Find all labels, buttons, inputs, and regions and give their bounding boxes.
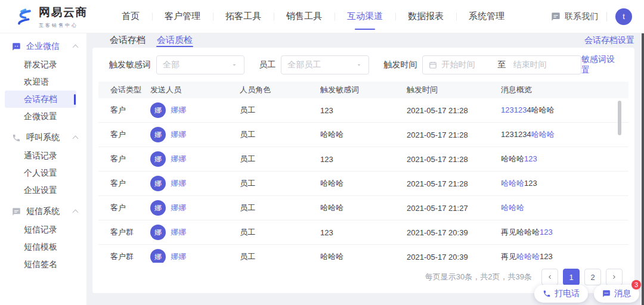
top-right: 联系我们 t bbox=[551, 8, 644, 25]
sidebar-section: 呼叫系统通话记录个人设置企业设置 bbox=[0, 128, 86, 199]
sidebar-section-header[interactable]: 呼叫系统 bbox=[0, 128, 86, 147]
nav-item-7[interactable]: 系统管理 bbox=[456, 0, 517, 33]
nav-item-1[interactable]: 首页 bbox=[109, 0, 152, 33]
sender-name[interactable]: 娜娜 bbox=[171, 105, 186, 116]
cell-time: 2021-05-17 20:39 bbox=[407, 253, 501, 262]
nav-item-3[interactable]: 拓客工具 bbox=[213, 0, 274, 33]
sidebar-item[interactable]: 短信记录 bbox=[5, 221, 76, 238]
chevron-up-icon bbox=[73, 210, 79, 216]
user-avatar[interactable]: t bbox=[615, 8, 632, 25]
window-scrollbar[interactable] bbox=[642, 33, 644, 305]
sender-name[interactable]: 娜娜 bbox=[171, 251, 186, 262]
sender-name[interactable]: 娜娜 bbox=[171, 203, 186, 213]
staff-value: 全部员工 bbox=[287, 60, 321, 70]
cell-time: 2021-05-17 21:28 bbox=[407, 106, 501, 115]
phone-icon bbox=[543, 290, 551, 298]
sender-name[interactable]: 娜娜 bbox=[171, 227, 186, 238]
cell-sender: 娜娜娜 bbox=[150, 176, 240, 191]
table-row[interactable]: 客户群娜娜娜员工1232021-05-17 20:39再见哈哈哈123 bbox=[98, 220, 628, 245]
sidebar-item[interactable]: 个人设置 bbox=[5, 164, 76, 182]
call-label: 打电话 bbox=[555, 288, 580, 299]
cell-keyword: 哈哈哈 bbox=[320, 251, 407, 262]
message-segment: 1231234 bbox=[501, 130, 531, 139]
avatar: 娜 bbox=[150, 151, 166, 167]
message-segment[interactable]: 哈哈哈 bbox=[501, 203, 524, 212]
floating-buttons: 打电话 消息 3 bbox=[534, 285, 639, 303]
sidebar-item[interactable]: 短信签名 bbox=[5, 256, 76, 273]
message-segment[interactable]: 123123 bbox=[501, 105, 527, 114]
sensitive-word-select[interactable]: 全部 bbox=[156, 55, 244, 74]
sidebar-item[interactable]: 企业设置 bbox=[5, 182, 76, 199]
content-card: 触发敏感词 全部 员工 全部员工 触发时间 开始时间 至 结束时间 敏感词设置 … bbox=[92, 48, 634, 293]
avatar: 娜 bbox=[150, 102, 166, 118]
nav-item-5[interactable]: 互动渠道 bbox=[335, 0, 395, 33]
tab-session-qc[interactable]: 会话质检 bbox=[156, 33, 193, 47]
page-button-2[interactable]: 2 bbox=[584, 269, 601, 285]
staff-select[interactable]: 全部员工 bbox=[281, 55, 369, 74]
brand-logo-icon bbox=[14, 7, 35, 27]
cell-session-type: 客户 bbox=[110, 203, 150, 213]
table-row[interactable]: 客户娜娜娜员工1232021-05-17 21:281231234哈哈哈 bbox=[98, 98, 628, 123]
tabs-row: 会话存档 会话质检 会话存档设置 bbox=[92, 33, 634, 47]
cell-time: 2021-05-17 21:28 bbox=[407, 179, 501, 188]
cell-session-type: 客户 bbox=[110, 178, 150, 189]
next-page-button[interactable] bbox=[606, 269, 623, 285]
message-segment[interactable]: 123 bbox=[524, 154, 537, 163]
filter-sensitive-label: 触发敏感词 bbox=[109, 60, 151, 70]
nav-item-2[interactable]: 客户管理 bbox=[152, 0, 213, 33]
cell-message: 1231234哈哈哈 bbox=[501, 105, 628, 116]
cell-message: 哈哈哈123 bbox=[501, 154, 628, 164]
table-row[interactable]: 客户娜娜娜员工哈哈哈2021-05-17 21:28哈哈哈123 bbox=[98, 172, 628, 196]
table-scrollbar[interactable] bbox=[618, 101, 621, 135]
message-segment: 123 bbox=[540, 252, 553, 261]
sidebar-item[interactable]: 短信模板 bbox=[5, 238, 76, 256]
sidebar-item[interactable]: 通话记录 bbox=[5, 147, 76, 164]
brand-logo[interactable]: 网易云商 互客销售中心 bbox=[0, 5, 98, 29]
sidebar-item[interactable]: 企微设置 bbox=[5, 108, 76, 125]
archive-settings-link[interactable]: 会话存档设置 bbox=[584, 35, 634, 46]
table-row[interactable]: 客户娜娜娜员工1232021-05-17 21:28哈哈哈123 bbox=[98, 147, 628, 172]
cell-role: 员工 bbox=[240, 105, 320, 116]
message-segment[interactable]: 123 bbox=[540, 228, 553, 236]
prev-page-button[interactable] bbox=[541, 269, 558, 285]
cell-message: 1231234哈哈哈 bbox=[501, 129, 628, 140]
divider bbox=[606, 12, 607, 21]
message-segment[interactable]: 哈哈哈 bbox=[516, 252, 540, 261]
call-button[interactable]: 打电话 bbox=[534, 285, 588, 303]
contact-label: 联系我们 bbox=[565, 11, 598, 22]
table-body: 客户娜娜娜员工1232021-05-17 21:281231234哈哈哈客户娜娜… bbox=[98, 98, 628, 263]
sensitive-settings-link[interactable]: 敏感词设置 bbox=[581, 54, 623, 76]
column-header: 消息概览 bbox=[501, 85, 628, 95]
chat-dots-icon bbox=[602, 290, 611, 298]
table-row[interactable]: 客户娜娜娜员工哈哈哈2021-05-17 21:27哈哈哈 bbox=[98, 196, 628, 220]
sender-name[interactable]: 娜娜 bbox=[171, 178, 186, 189]
nav-item-4[interactable]: 销售工具 bbox=[274, 0, 335, 33]
sidebar-section-header[interactable]: 短信系统 bbox=[0, 202, 86, 221]
cell-keyword: 哈哈哈 bbox=[320, 203, 407, 213]
nav-item-6[interactable]: 数据报表 bbox=[395, 0, 456, 33]
cell-message: 再见哈哈哈123 bbox=[501, 227, 628, 238]
sidebar-item[interactable]: 会话存档 bbox=[5, 91, 76, 108]
tab-session-archive[interactable]: 会话存档 bbox=[109, 33, 146, 47]
cell-keyword: 哈哈哈 bbox=[320, 178, 407, 189]
time-range-input[interactable]: 开始时间 至 结束时间 bbox=[422, 55, 581, 74]
message-segment: 123 bbox=[524, 179, 537, 188]
caret-down-icon bbox=[231, 61, 238, 69]
cell-sender: 娜娜娜 bbox=[150, 151, 240, 167]
table-row[interactable]: 客户娜娜娜员工哈哈哈2021-05-17 21:281231234哈哈哈 bbox=[98, 123, 628, 147]
contact-us-button[interactable]: 联系我们 bbox=[551, 11, 598, 22]
unread-badge: 3 bbox=[631, 280, 641, 290]
chevron-up-icon bbox=[73, 45, 79, 51]
table-row[interactable]: 客户群娜娜娜员工哈哈哈2021-05-17 20:39再见哈哈哈123 bbox=[98, 245, 628, 263]
message-segment[interactable]: 哈哈哈 bbox=[531, 130, 555, 139]
message-button[interactable]: 消息 3 bbox=[594, 285, 639, 303]
sidebar-item[interactable]: 群发记录 bbox=[5, 56, 76, 73]
message-segment[interactable]: 哈哈哈 bbox=[501, 179, 524, 188]
sidebar-item[interactable]: 欢迎语 bbox=[5, 73, 76, 91]
page-button-1[interactable]: 1 bbox=[563, 269, 580, 285]
cell-keyword: 123 bbox=[320, 155, 407, 164]
sidebar-section-header[interactable]: 企业微信 bbox=[0, 37, 86, 56]
sender-name[interactable]: 娜娜 bbox=[171, 154, 186, 164]
sender-name[interactable]: 娜娜 bbox=[171, 129, 186, 140]
avatar: 娜 bbox=[150, 176, 166, 191]
